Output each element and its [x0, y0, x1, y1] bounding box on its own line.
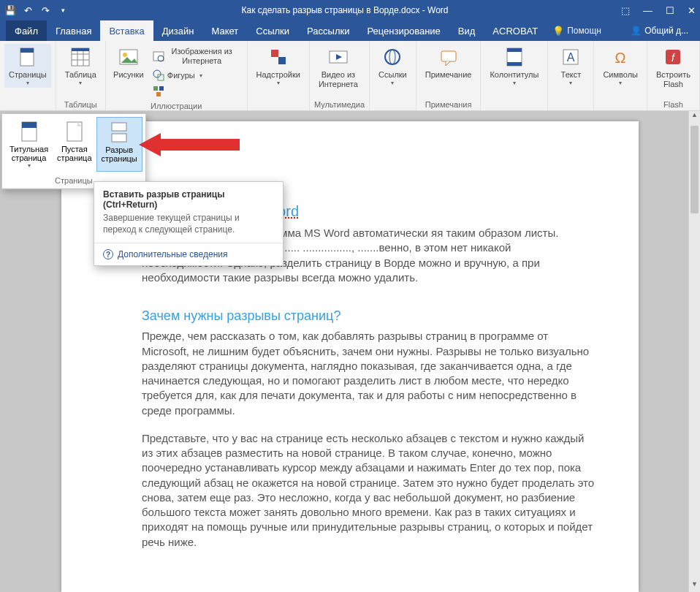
ribbon: Страницы ▾ Таблица ▾ Таблицы Рисунки: [0, 41, 700, 111]
svg-rect-1: [20, 48, 34, 53]
chevron-down-icon: ▾: [619, 80, 622, 86]
help-icon: ?: [103, 249, 113, 259]
scroll-thumb[interactable]: [691, 126, 699, 213]
tab-review[interactable]: Рецензирование: [358, 20, 449, 41]
doc-heading-2: Зачем нужны разрывы страниц?: [142, 307, 595, 325]
svg-point-9: [123, 53, 127, 57]
tab-home[interactable]: Главная: [47, 20, 100, 41]
addins-icon: [267, 45, 290, 69]
smartart-button[interactable]: [150, 84, 240, 99]
share-button[interactable]: 👤Общий д...: [625, 20, 694, 41]
pictures-button[interactable]: Рисунки: [110, 44, 147, 81]
svg-rect-17: [271, 50, 278, 57]
svg-rect-15: [159, 86, 164, 91]
table-button[interactable]: Таблица ▾: [61, 44, 101, 88]
bulb-icon: 💡: [552, 26, 564, 37]
cover-page-button[interactable]: Титульная страница▾: [5, 117, 53, 172]
online-video-button[interactable]: Видео из Интернета: [314, 44, 362, 90]
textbox-icon: A: [559, 45, 582, 69]
svg-rect-36: [112, 134, 126, 142]
ribbon-options-icon[interactable]: ⬚: [621, 5, 630, 16]
tab-view[interactable]: Вид: [449, 20, 484, 41]
tab-file[interactable]: Файл: [6, 20, 47, 41]
online-pictures-icon: [153, 50, 164, 62]
svg-rect-16: [156, 92, 161, 96]
tab-mailings[interactable]: Рассылки: [298, 20, 358, 41]
video-icon: [327, 45, 350, 69]
close-icon[interactable]: ✕: [688, 5, 696, 16]
tell-me[interactable]: 💡Помощн: [552, 20, 601, 41]
tab-insert[interactable]: Вставка: [100, 20, 153, 41]
svg-text:Ω: Ω: [615, 50, 626, 66]
svg-text:A: A: [567, 51, 575, 64]
svg-rect-25: [507, 48, 522, 52]
save-icon[interactable]: 💾: [4, 4, 16, 16]
minimize-icon[interactable]: —: [643, 5, 653, 16]
links-button[interactable]: Ссылки ▾: [374, 44, 411, 88]
smartart-icon: [153, 86, 164, 97]
online-pictures-button[interactable]: Изображения из Интернета: [150, 45, 240, 67]
svg-point-12: [153, 70, 161, 77]
undo-icon[interactable]: ↶: [22, 4, 34, 16]
header-footer-button[interactable]: Колонтитулы ▾: [485, 44, 543, 88]
share-icon: 👤: [631, 26, 642, 36]
link-icon: [381, 45, 404, 69]
svg-rect-33: [22, 122, 37, 128]
symbol-icon: Ω: [609, 45, 632, 69]
tab-design[interactable]: Дизайн: [153, 20, 203, 41]
pages-dropdown: Титульная страница▾ Пустая страница Разр…: [1, 113, 146, 189]
tooltip-more-link[interactable]: ? Дополнительные сведения: [94, 243, 283, 265]
addins-button[interactable]: Надстройки ▾: [252, 44, 305, 88]
shapes-icon: [153, 69, 164, 81]
chevron-down-icon: ▾: [277, 80, 280, 86]
svg-rect-23: [441, 51, 456, 61]
svg-rect-35: [112, 123, 126, 131]
shapes-button[interactable]: Фигуры▾: [150, 68, 240, 83]
tab-references[interactable]: Ссылки: [247, 20, 298, 41]
chevron-down-icon: ▾: [569, 80, 572, 86]
blank-page-icon: [63, 120, 86, 143]
svg-point-21: [385, 50, 400, 64]
tab-acrobat[interactable]: ACROBAT: [484, 20, 547, 41]
svg-rect-18: [278, 57, 286, 64]
maximize-icon[interactable]: ☐: [666, 5, 674, 16]
svg-rect-26: [507, 62, 522, 66]
tooltip-title: Вставить разрыв страницы (Ctrl+Return): [94, 182, 283, 213]
tooltip-body: Завершение текущей страницы и переход к …: [94, 213, 283, 243]
pictures-icon: [117, 45, 140, 69]
chevron-down-icon: ▾: [26, 80, 29, 86]
doc-paragraph: Прежде, чем рассказать о том, как добавл…: [142, 329, 595, 418]
chevron-down-icon: ▾: [391, 80, 394, 86]
page-break-button[interactable]: Разрыв страницы: [96, 117, 142, 172]
comment-button[interactable]: Примечание: [421, 44, 476, 81]
text-button[interactable]: A Текст ▾: [552, 44, 589, 88]
chevron-down-icon: ▾: [79, 80, 82, 86]
flash-icon: f: [661, 45, 685, 69]
ribbon-tabs: Файл Главная Вставка Дизайн Макет Ссылки…: [0, 20, 700, 41]
window-title: Как сделать разрыв страницы в Ворде.docx…: [69, 5, 621, 15]
svg-point-22: [389, 50, 395, 64]
cover-page-icon: [18, 120, 41, 143]
page-break-icon: [107, 121, 131, 144]
header-icon: [503, 45, 526, 69]
redo-icon[interactable]: ↷: [39, 4, 51, 16]
pages-button[interactable]: Страницы ▾: [4, 44, 51, 88]
comment-icon: [437, 45, 460, 69]
scroll-up-icon[interactable]: ▲: [689, 111, 700, 123]
embed-flash-button[interactable]: f Встроить Flash: [652, 44, 695, 90]
symbols-button[interactable]: Ω Символы ▾: [598, 44, 642, 88]
table-icon: [69, 45, 92, 69]
tooltip: Вставить разрыв страницы (Ctrl+Return) З…: [94, 181, 284, 266]
doc-paragraph: Представьте, что у вас на странице есть …: [142, 431, 595, 550]
scroll-down-icon[interactable]: ▼: [689, 580, 700, 592]
blank-page-button[interactable]: Пустая страница: [53, 117, 96, 172]
annotation-arrow: [139, 130, 241, 159]
pages-icon: [16, 45, 39, 69]
tab-layout[interactable]: Макет: [202, 20, 247, 41]
titlebar: 💾 ↶ ↷ ▾ Как сделать разрыв страницы в Во…: [0, 0, 700, 20]
qat-customize-icon[interactable]: ▾: [57, 4, 69, 16]
chevron-down-icon: ▾: [513, 80, 516, 86]
svg-rect-7: [72, 48, 89, 51]
svg-rect-14: [153, 86, 158, 91]
vertical-scrollbar[interactable]: ▲ ▼: [688, 111, 700, 592]
